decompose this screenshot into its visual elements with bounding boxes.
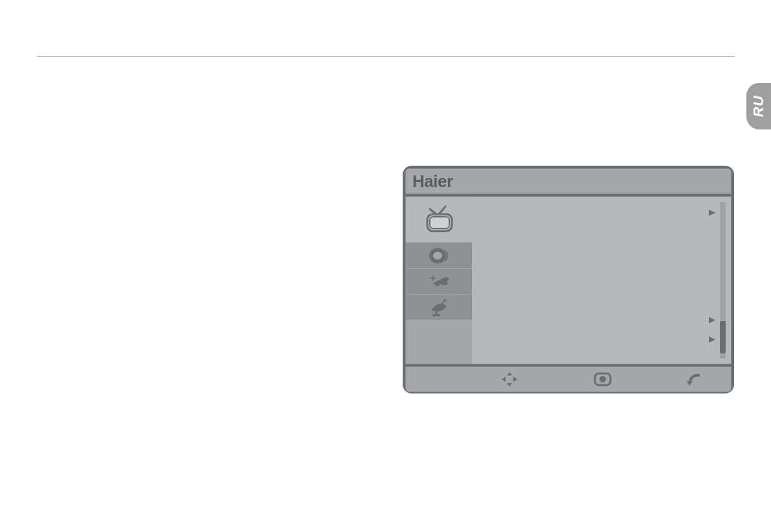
osd-body: + ▶ ▶ ▶ [405, 196, 732, 364]
svg-point-3 [433, 252, 442, 260]
scrollbar-thumb[interactable] [720, 321, 726, 353]
osd-sidebar: + [406, 197, 472, 364]
satellite-icon [425, 297, 453, 318]
wrench-icon: + [425, 271, 453, 292]
speaker-icon [426, 245, 452, 266]
sidebar-item-channel[interactable] [406, 294, 472, 320]
move-icon [498, 370, 521, 388]
language-tab: RU [746, 83, 771, 129]
submenu-arrow-icon[interactable]: ▶ [709, 334, 715, 344]
submenu-arrow-icon[interactable]: ▶ [709, 207, 715, 217]
divider-line [37, 56, 735, 57]
back-icon [684, 371, 704, 387]
sidebar-item-picture[interactable] [406, 197, 472, 242]
osd-window: Haier [403, 166, 734, 393]
scrollbar-track[interactable] [720, 202, 726, 359]
osd-footer [405, 366, 732, 392]
svg-text:+: + [430, 272, 436, 283]
svg-rect-1 [430, 217, 449, 228]
osd-brand: Haier [412, 172, 453, 192]
language-label: RU [750, 95, 767, 117]
svg-point-10 [599, 376, 606, 382]
svg-point-6 [443, 299, 446, 302]
sidebar-item-setup[interactable]: + [406, 268, 472, 294]
osd-title-bar: Haier [405, 168, 732, 194]
submenu-arrow-icon[interactable]: ▶ [709, 315, 715, 324]
enter-icon [592, 371, 613, 388]
sidebar-item-sound[interactable] [406, 242, 472, 268]
tv-icon [421, 204, 457, 236]
osd-content-panel: ▶ ▶ ▶ [472, 197, 731, 364]
